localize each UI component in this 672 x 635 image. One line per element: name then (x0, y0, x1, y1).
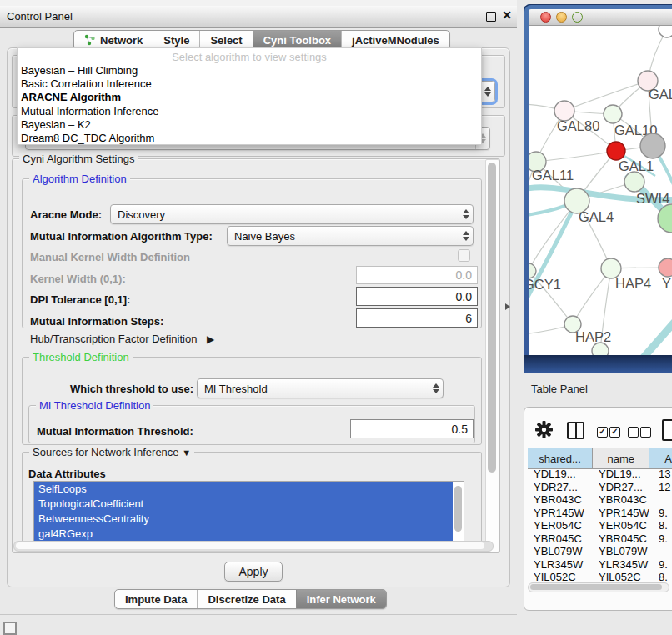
data-attributes-label: Data Attributes (28, 468, 106, 480)
algorithm-option[interactable]: Bayesian – Hill Climbing (18, 64, 481, 78)
table-hscrollbar-thumb[interactable] (530, 584, 662, 590)
settings-hscrollbar-thumb[interactable] (16, 542, 484, 549)
table-row[interactable]: YBR043CYBR043C (528, 493, 672, 507)
manual-kernel-label: Manual Kernel Width Definition (30, 251, 190, 263)
table-row[interactable]: YIL052CYIL052C8. (528, 571, 672, 582)
algorithm-popup: Select algorithm to view settings Bayesi… (17, 48, 482, 145)
algorithm-option[interactable]: ARACNE Algorithm (18, 91, 481, 104)
network-node[interactable] (659, 258, 672, 277)
tab-select[interactable]: Select (199, 31, 252, 49)
network-tab-icon (84, 34, 96, 46)
kernel-width-label: Kernel Width (0,1): (30, 272, 126, 285)
data-attribute-item[interactable]: BetweennessCentrality (34, 512, 453, 527)
table-row[interactable]: YDL19...YDL19...13 (528, 468, 672, 481)
table-cell: YLR345W (528, 558, 594, 572)
kernel-width-field[interactable]: 0.0 (356, 266, 478, 284)
mi-steps-field[interactable]: 6 (356, 308, 478, 328)
table-cell: 9. (653, 532, 672, 546)
tab-discretize-data[interactable]: Discretize Data (197, 590, 295, 608)
algorithm-option[interactable]: Basic Correlation Inference (18, 78, 481, 91)
tab-network[interactable]: Network (74, 31, 153, 49)
table-cell: 8. (653, 519, 672, 532)
settings-scrollbar-thumb[interactable] (488, 162, 496, 472)
algorithm-option[interactable]: Mutual Information Inference (18, 105, 481, 118)
deselect-all-icon-2[interactable] (640, 427, 651, 438)
tab-label: Network (100, 34, 143, 47)
table-row[interactable]: YDR27...YDR27...12 (528, 481, 672, 494)
table-cell: 8. (653, 571, 672, 582)
network-window-titlebar[interactable] (529, 9, 672, 26)
manual-kernel-checkbox[interactable] (458, 249, 470, 262)
mi-threshold-label: Mutual Information Threshold: (37, 425, 193, 438)
tab-label: Infer Network (307, 593, 376, 606)
table-row[interactable]: YBL079WYBL079W (528, 545, 672, 558)
table-row[interactable]: YLR345WYLR345W9. (528, 558, 672, 572)
columns-icon[interactable] (567, 422, 584, 439)
table-cell: YIL052C (594, 571, 653, 582)
apply-button[interactable]: Apply (224, 562, 283, 582)
table-cell: YER054C (594, 519, 653, 532)
select-all-check-icon[interactable]: ✓ (597, 427, 608, 438)
column-header-partial[interactable]: A (649, 448, 672, 468)
network-node[interactable] (659, 26, 672, 38)
network-node[interactable] (592, 342, 609, 355)
table-cell: YDL19... (594, 468, 653, 481)
algorithm-option[interactable]: Bayesian – K2 (18, 118, 481, 132)
mi-type-combo[interactable]: Naive Bayes (227, 226, 474, 246)
table-row[interactable]: YPR145WYPR145W9. (528, 507, 672, 520)
deselect-all-icon[interactable] (628, 427, 639, 438)
sources-group-title[interactable]: Sources for Network Inference ▼ (29, 446, 194, 459)
network-canvas[interactable]: GAL7GAL80GAL10GAL1GAL11SWI4GAL4GCY1HAP4Y… (529, 26, 672, 355)
select-all-check-icon-2[interactable]: ✓ (609, 427, 620, 438)
table-cell: YDL19... (528, 468, 594, 481)
table-header: shared... name A (528, 448, 672, 469)
table-cell: 9. (653, 507, 672, 520)
float-panel-icon[interactable] (486, 12, 496, 22)
network-node[interactable] (640, 133, 665, 158)
tab-jactivemnodules[interactable]: jActiveMNodules (341, 31, 449, 49)
column-header-name[interactable]: name (593, 448, 649, 468)
network-node[interactable] (604, 105, 622, 123)
close-traffic-light[interactable] (540, 12, 551, 22)
hub-definition-expander[interactable]: Hub/Transcription Factor Definition ▶ (30, 332, 214, 345)
hub-definition-label: Hub/Transcription Factor Definition (30, 332, 197, 345)
gear-icon[interactable] (535, 421, 553, 438)
new-table-icon[interactable] (662, 419, 672, 441)
table-cell: 13 (653, 468, 672, 481)
table-hscrollbar-track[interactable] (528, 582, 669, 592)
tab-cyni-toolbox[interactable]: Cyni Toolbox (253, 31, 341, 49)
algorithm-option[interactable]: Dream8 DC_TDC Algorithm (18, 132, 481, 145)
mi-threshold-field[interactable]: 0.5 (350, 419, 474, 438)
data-attribute-item[interactable]: gal4RGexp (34, 527, 453, 542)
splitter-arrow-icon[interactable] (505, 303, 510, 310)
network-node[interactable] (607, 142, 625, 160)
zoom-traffic-light[interactable] (572, 12, 583, 22)
tab-style[interactable]: Style (153, 31, 199, 49)
node-label: HAP4 (615, 276, 651, 291)
tab-impute-data[interactable]: Impute Data (115, 590, 197, 608)
settings-scrollbar-track[interactable] (485, 159, 499, 552)
data-attributes-list: SelfLoopsTopologicalCoefficientBetweenne… (34, 482, 464, 542)
table-cell: YBR045C (528, 532, 594, 546)
table-cell (653, 545, 672, 558)
table-cell: YBL079W (528, 545, 594, 558)
control-panel-title: Control Panel (7, 6, 73, 27)
minimized-panel-icon[interactable] (3, 622, 17, 635)
data-attribute-item[interactable]: SelfLoops (34, 482, 453, 497)
tab-infer-network[interactable]: Infer Network (296, 590, 386, 608)
sources-title-text: Sources for Network Inference (33, 446, 179, 458)
table-row[interactable]: YER054CYER054C8. (528, 519, 672, 532)
close-icon[interactable]: ✕ (502, 8, 512, 22)
which-threshold-combo[interactable]: MI Threshold (197, 378, 444, 398)
aracne-mode-combo[interactable]: Discovery (110, 204, 474, 224)
column-header-shared-name[interactable]: shared... (528, 448, 593, 468)
table-row[interactable]: YBR045CYBR045C9. (528, 532, 672, 546)
data-attribute-item[interactable]: TopologicalCoefficient (34, 497, 453, 512)
minimize-traffic-light[interactable] (556, 12, 567, 22)
combo-value: MI Threshold (198, 382, 429, 395)
table-rows: YDL19...YDL19...13YDR27...YDR27...12YBR0… (528, 468, 672, 582)
list-scrollbar-thumb[interactable] (454, 486, 462, 532)
settings-hscrollbar-track[interactable] (13, 541, 494, 552)
dpi-tolerance-field[interactable]: 0.0 (356, 287, 478, 306)
network-node[interactable] (624, 172, 644, 192)
